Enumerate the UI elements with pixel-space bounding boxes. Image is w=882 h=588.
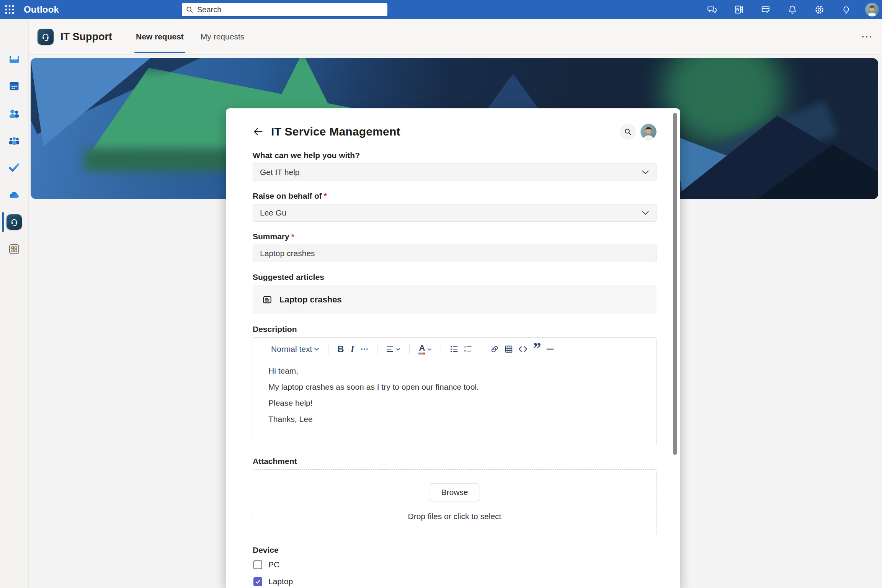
notifications-button[interactable] xyxy=(785,2,800,17)
behalf-field-label: Raise on behalf of* xyxy=(253,191,657,201)
suggested-articles-label: Suggested articles xyxy=(253,272,657,282)
search-icon xyxy=(624,128,632,136)
divider-button[interactable] xyxy=(544,348,557,350)
more-dots-icon xyxy=(361,348,368,350)
help-select[interactable]: Get IT help xyxy=(253,163,657,181)
numbered-list-icon: 12 xyxy=(464,345,472,353)
gear-icon xyxy=(814,5,825,15)
checkbox[interactable] xyxy=(253,577,262,586)
rail-it-support-app-button[interactable] xyxy=(0,214,29,230)
search-box[interactable] xyxy=(182,3,387,16)
chat-button[interactable] xyxy=(704,2,720,17)
bold-button[interactable]: B xyxy=(335,344,346,354)
description-paragraph: Thanks, Lee xyxy=(268,414,641,424)
settings-button[interactable] xyxy=(812,2,827,17)
description-content[interactable]: Hi team, My laptop crashes as soon as I … xyxy=(253,354,656,442)
suggested-article-item[interactable]: Laptop crashes xyxy=(253,285,657,314)
link-button[interactable] xyxy=(487,345,502,354)
user-avatar[interactable] xyxy=(640,124,657,140)
text-color-dropdown[interactable]: A xyxy=(416,344,434,354)
teams-groups-icon xyxy=(8,135,20,146)
onedrive-cloud-icon xyxy=(8,191,20,199)
required-marker: * xyxy=(324,191,327,200)
behalf-select[interactable]: Lee Gu xyxy=(253,204,657,222)
editor-toolbar: Normal text B I A xyxy=(253,338,656,354)
summary-input[interactable]: Laptop crashes xyxy=(253,245,657,262)
attachment-dropzone[interactable]: Browse Drop files or click to select xyxy=(253,469,657,535)
bold-icon: B xyxy=(337,344,344,354)
tips-button[interactable] xyxy=(838,2,854,17)
toolbar-separator xyxy=(328,344,328,354)
modal-scrollbar[interactable] xyxy=(673,113,677,455)
toolbar-separator xyxy=(409,344,410,354)
it-support-app-icon xyxy=(38,29,54,45)
device-option-pc[interactable]: PC xyxy=(253,559,657,570)
more-options-button[interactable] xyxy=(858,30,875,43)
device-label: Device xyxy=(253,545,657,555)
lightbulb-icon xyxy=(841,5,851,15)
align-dropdown[interactable] xyxy=(384,346,403,353)
toolbar-separator xyxy=(481,344,481,354)
rail-more-apps-button[interactable] xyxy=(0,243,29,255)
align-icon xyxy=(386,346,394,353)
chat-icon xyxy=(707,5,717,15)
quote-button[interactable]: ” xyxy=(530,345,544,354)
checkbox[interactable] xyxy=(253,560,262,569)
code-icon xyxy=(518,345,528,353)
table-icon xyxy=(505,345,513,353)
rail-mail-button[interactable] xyxy=(0,53,29,65)
browse-button[interactable]: Browse xyxy=(430,483,479,501)
chevron-down-icon xyxy=(314,347,319,351)
form-title: IT Service Management xyxy=(271,125,620,138)
svg-text:2: 2 xyxy=(464,350,466,353)
rail-teams-button[interactable] xyxy=(0,135,29,146)
table-button[interactable] xyxy=(502,345,516,353)
form-search-button[interactable] xyxy=(620,124,636,140)
tab-my-requests-label: My requests xyxy=(201,32,244,41)
numbered-list-button[interactable]: 12 xyxy=(461,345,475,353)
description-paragraph: My laptop crashes as soon as I try to op… xyxy=(268,382,641,392)
rail-people-button[interactable] xyxy=(0,108,29,119)
form-header: IT Service Management xyxy=(253,123,657,140)
bullet-list-button[interactable] xyxy=(447,345,461,353)
italic-button[interactable]: I xyxy=(347,344,358,354)
apps-grid-icon xyxy=(8,243,20,255)
code-button[interactable] xyxy=(516,345,530,353)
chevron-down-icon xyxy=(396,348,400,351)
more-formatting-button[interactable] xyxy=(358,348,371,350)
tab-my-requests[interactable]: My requests xyxy=(199,19,246,54)
app-launcher-button[interactable] xyxy=(0,0,19,19)
onenote-button[interactable]: N xyxy=(731,2,746,17)
topbar-actions: N xyxy=(704,0,879,19)
request-form-card: IT Service Management xyxy=(226,108,680,588)
bullet-list-icon xyxy=(450,345,458,353)
header-tabs: New request My requests xyxy=(127,19,253,54)
onenote-icon: N xyxy=(734,5,744,15)
rail-calendar-button[interactable] xyxy=(0,80,29,92)
check-icon xyxy=(255,579,261,585)
mail-icon xyxy=(9,54,20,65)
people-icon xyxy=(8,108,20,119)
required-marker: * xyxy=(291,232,294,241)
device-option-laptop[interactable]: Laptop xyxy=(253,576,657,587)
search-input[interactable] xyxy=(197,5,384,14)
back-button[interactable] xyxy=(250,124,266,139)
app-title: Outlook xyxy=(24,4,59,15)
it-support-header: IT Support New request My requests xyxy=(29,19,882,55)
tab-new-request[interactable]: New request xyxy=(134,19,185,54)
rail-todo-button[interactable] xyxy=(0,162,29,173)
tasks-icon xyxy=(761,5,771,15)
description-paragraph: Please help! xyxy=(268,398,641,408)
todo-tasks-button[interactable] xyxy=(758,2,773,17)
chevron-down-icon xyxy=(642,170,649,175)
link-icon xyxy=(490,345,499,354)
tab-new-request-label: New request xyxy=(136,32,184,41)
text-style-dropdown[interactable]: Normal text xyxy=(268,345,322,354)
text-style-value: Normal text xyxy=(271,345,312,354)
account-avatar[interactable] xyxy=(865,3,879,16)
waffle-icon xyxy=(5,5,15,15)
headset-icon xyxy=(10,217,19,227)
svg-text:1: 1 xyxy=(464,345,466,349)
help-select-value: Get IT help xyxy=(260,168,642,177)
rail-onedrive-button[interactable] xyxy=(0,189,29,201)
